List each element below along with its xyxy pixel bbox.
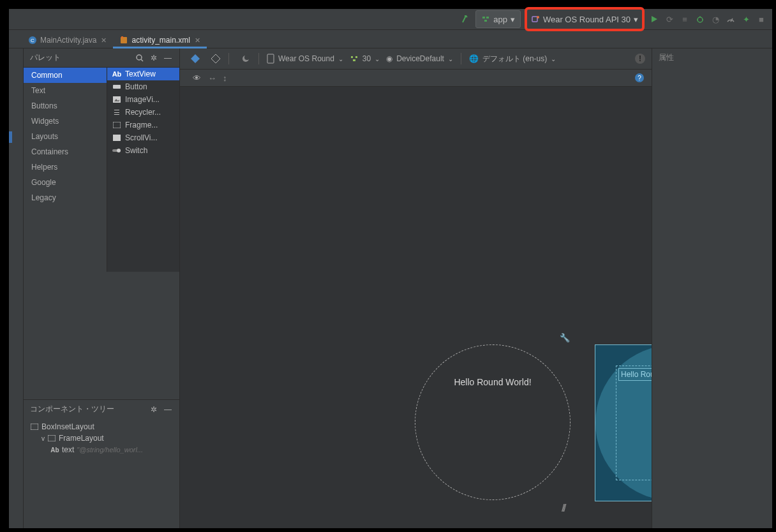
- stop-icon[interactable]: ■: [756, 13, 767, 25]
- orientation-icon[interactable]: [211, 54, 221, 64]
- text-icon: Ab: [50, 445, 59, 454]
- widget-recyclerview[interactable]: ☰Recycler...: [107, 106, 179, 119]
- minimize-icon[interactable]: —: [163, 404, 173, 415]
- svg-rect-0: [482, 17, 485, 18]
- chevron-down-icon: ⌄: [338, 55, 343, 63]
- api-selector[interactable]: 30 ⌄: [350, 54, 380, 63]
- palette-title: パレット: [30, 52, 61, 63]
- chevron-down-icon: ▾: [511, 15, 515, 24]
- chevron-down-icon: ▾: [634, 15, 638, 24]
- svg-rect-27: [351, 56, 353, 58]
- tree-node-text[interactable]: Ab text "@string/hello_worl...: [24, 444, 179, 455]
- widget-scrollview[interactable]: ScrollVi...: [107, 131, 179, 144]
- switch-icon: [112, 146, 121, 155]
- gutter-marker: [9, 131, 12, 143]
- scroll-icon: [112, 133, 121, 142]
- minimize-icon[interactable]: —: [163, 53, 173, 63]
- palette-category-widgets[interactable]: Widgets: [24, 114, 107, 129]
- module-label: app: [493, 15, 507, 24]
- theme-selector[interactable]: ◉ DeviceDefault ⌄: [386, 54, 453, 63]
- device-config-selector[interactable]: Wear OS Round ⌄: [267, 54, 343, 64]
- visibility-icon[interactable]: 👁: [191, 73, 202, 83]
- chevron-down-icon: ⌄: [448, 55, 453, 63]
- device-label: Wear OS Round API 30: [543, 15, 630, 24]
- gear-icon[interactable]: ✲: [149, 53, 159, 63]
- chevron-down-icon: ⌄: [375, 55, 380, 63]
- widget-textview[interactable]: AbTextView: [107, 68, 179, 80]
- warnings-icon[interactable]: !: [635, 54, 645, 64]
- tab-mainactivity[interactable]: C MainActivity.java ✕: [22, 33, 113, 48]
- vertical-pan-icon[interactable]: ↕: [223, 73, 227, 83]
- widget-imageview[interactable]: ImageVi...: [107, 93, 179, 106]
- attributes-title: 属性: [652, 48, 772, 67]
- svg-point-21: [117, 149, 121, 152]
- tab-label: MainActivity.java: [40, 36, 96, 45]
- speedometer-icon[interactable]: [725, 13, 736, 25]
- globe-icon: 🌐: [469, 54, 479, 63]
- help-icon[interactable]: ?: [635, 73, 644, 82]
- resize-handle-icon[interactable]: ///: [562, 503, 564, 514]
- close-icon[interactable]: ✕: [101, 36, 107, 45]
- component-tree-title: コンポーネント・ツリー: [30, 404, 114, 415]
- svg-rect-23: [48, 435, 56, 441]
- frame-icon: [112, 121, 121, 129]
- apply-code-icon[interactable]: ≡: [679, 13, 690, 25]
- palette-category-layouts[interactable]: Layouts: [24, 129, 107, 144]
- palette-category-buttons[interactable]: Buttons: [24, 98, 107, 114]
- palette-category-text[interactable]: Text: [24, 83, 107, 98]
- theme-icon: ◉: [386, 54, 392, 63]
- svg-point-14: [137, 55, 142, 60]
- widget-switch[interactable]: Switch: [107, 144, 179, 157]
- svg-line-15: [141, 59, 143, 61]
- device-selector[interactable]: Wear OS Round API 30 ▾: [525, 7, 645, 31]
- svg-rect-1: [486, 17, 489, 18]
- svg-point-5: [698, 17, 703, 22]
- gear-icon[interactable]: ✲: [149, 404, 159, 415]
- blueprint-text: Hello Round World!: [618, 368, 652, 381]
- design-surface-icon[interactable]: [190, 54, 200, 64]
- blueprint-preview[interactable]: Hello Round World!: [595, 344, 652, 501]
- module-selector[interactable]: app ▾: [475, 10, 521, 28]
- profiler-icon[interactable]: ◔: [710, 13, 721, 25]
- widget-fragment[interactable]: Fragme...: [107, 119, 179, 131]
- blueprint-frame: [616, 366, 652, 480]
- locale-selector[interactable]: 🌐 デフォルト (en-us) ⌄: [469, 54, 556, 64]
- design-canvas[interactable]: 🔧 🔧 Hello Round World! Hello Round World…: [180, 87, 652, 528]
- tree-node-ref: "@string/hello_worl...: [77, 446, 143, 454]
- widget-button[interactable]: Button: [107, 80, 179, 93]
- svg-rect-26: [267, 54, 274, 63]
- image-icon: [112, 95, 121, 104]
- palette-category-google[interactable]: Google: [24, 175, 107, 190]
- palette-category-legacy[interactable]: Legacy: [24, 190, 107, 205]
- app-inspection-icon[interactable]: ✦: [740, 13, 752, 25]
- tree-node-framelayout[interactable]: v FrameLayout: [24, 432, 179, 444]
- svg-rect-18: [113, 122, 121, 128]
- component-tree-header: コンポーネント・ツリー ✲ —: [24, 400, 179, 418]
- design-preview[interactable]: Hello Round World!: [415, 344, 571, 500]
- run-icon[interactable]: [648, 13, 660, 25]
- preview-text: Hello Round World!: [454, 377, 531, 387]
- tab-label: activity_main.xml: [131, 36, 190, 45]
- expand-icon[interactable]: v: [41, 435, 45, 442]
- tree-node-boxinset[interactable]: BoxInsetLayout: [24, 421, 179, 432]
- component-tree: BoxInsetLayout v FrameLayout Ab text "@s…: [24, 418, 179, 458]
- palette-widget-list: AbTextView Button ImageVi... ☰Recycler..…: [107, 68, 179, 272]
- debug-icon[interactable]: [694, 13, 706, 25]
- svg-rect-28: [355, 56, 357, 58]
- apply-changes-icon[interactable]: ⟳: [664, 13, 675, 25]
- palette-category-helpers[interactable]: Helpers: [24, 159, 107, 175]
- wrench-icon[interactable]: 🔧: [560, 333, 570, 343]
- sync-icon[interactable]: [460, 13, 472, 25]
- palette-category-list: Common Text Buttons Widgets Layouts Cont…: [24, 68, 107, 272]
- svg-rect-22: [31, 424, 38, 430]
- close-icon[interactable]: ✕: [195, 36, 200, 45]
- palette-category-common[interactable]: Common: [24, 68, 107, 83]
- tab-activity-main[interactable]: activity_main.xml ✕: [113, 33, 206, 48]
- palette-category-containers[interactable]: Containers: [24, 144, 107, 159]
- svg-rect-19: [113, 135, 121, 141]
- svg-rect-13: [121, 36, 123, 38]
- list-icon: ☰: [112, 108, 121, 117]
- pan-icon[interactable]: ↔: [208, 73, 216, 83]
- search-icon[interactable]: [135, 53, 145, 63]
- night-mode-icon[interactable]: [241, 54, 251, 64]
